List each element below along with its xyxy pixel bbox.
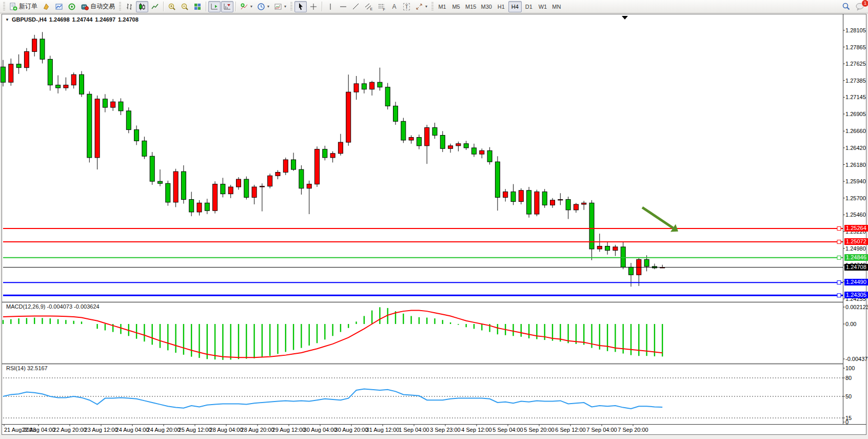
candle-down [542,192,547,205]
candle-down [119,102,123,111]
auto-trading-label: 自动交易 [90,2,115,11]
candle-down [158,181,163,183]
candle-down [527,190,531,214]
vertical-line-button[interactable] [324,1,337,12]
chart-shift-marker[interactable] [622,16,628,20]
time-tick-label: 22 Aug 20:00 [53,427,87,433]
line-handle[interactable] [837,281,841,284]
time-tick-label: 4 Sep 12:00 [461,427,491,433]
price-tick-label: 1.25220 [845,228,866,235]
tab-timeframe-m5[interactable]: M5 [449,1,463,12]
rsi-axis-label: 80 [845,375,852,381]
candle-down [87,94,92,158]
time-axis[interactable]: 21 Aug 202322 Aug 04:0022 Aug 20:0023 Au… [4,424,648,433]
candle-down [291,160,296,169]
templates-icon [274,3,282,11]
text-icon: A [392,3,397,10]
periods-icon [257,3,265,11]
arrow-annotation[interactable] [642,207,673,228]
new-order-button[interactable]: 新订单 [7,1,40,12]
rsi-axis-label: 50 [845,393,852,399]
periods-button[interactable]: ▾ [255,1,271,12]
notification-badge: 1 [861,0,868,7]
candle-up [535,192,539,214]
bar-chart-icon [125,3,133,11]
bar-chart-button[interactable] [123,1,135,12]
text-button[interactable]: A [388,1,400,12]
fibonacci-icon: F [378,3,386,11]
price-tick-label: 1.24740 [845,262,866,268]
line-handle[interactable] [837,256,841,259]
tab-timeframe-d1[interactable]: D1 [522,1,536,12]
horizontal-line-button[interactable] [337,1,349,12]
candle-up [71,74,76,85]
channel-button[interactable]: E [363,1,375,12]
candle-up [448,146,453,148]
price-tick-label: 1.25460 [845,212,866,218]
indicators-button[interactable]: ▾ [238,1,254,12]
candle-down [166,183,170,202]
candle-up [95,99,100,158]
window-border [2,14,866,435]
tab-timeframe-h1[interactable]: H1 [495,1,508,12]
time-tick-label: 28 Aug 04:00 [210,427,243,433]
zoom-in-button[interactable] [166,1,178,12]
tab-timeframe-m30[interactable]: M30 [479,1,494,12]
candle-up [550,200,555,205]
candle-up [519,190,523,202]
toolbar-grip[interactable] [119,2,121,11]
toolbar-grip[interactable] [431,2,433,11]
candle-up [9,64,13,82]
tile-windows-button[interactable] [191,1,204,12]
line-chart-button[interactable] [149,1,161,12]
cursor-button[interactable] [294,1,307,12]
market-watch-button[interactable] [40,1,52,12]
line-handle[interactable] [837,240,841,244]
chevron-down-icon: ▾ [284,4,286,9]
search-button[interactable] [840,1,853,12]
time-tick-label: 5 Sep 20:00 [524,427,554,433]
candlestick-chart-button[interactable] [136,1,148,12]
toolbar-grip[interactable] [3,2,5,11]
notifications-button[interactable]: 1 [853,1,866,12]
candle-down [48,59,52,85]
trendline-button[interactable] [350,1,362,12]
candle-up [111,102,115,107]
arrows-button[interactable]: ▾ [413,1,429,12]
text-label-button[interactable]: T [401,1,412,12]
tab-timeframe-mn[interactable]: MN [550,1,563,12]
crosshair-button[interactable] [307,1,320,12]
cursor-icon [297,3,305,11]
tab-timeframe-m15[interactable]: M15 [463,1,478,12]
candle-down [244,179,249,197]
candle-down [629,267,634,275]
svg-text:E: E [370,7,373,11]
templates-button[interactable]: ▾ [272,1,288,12]
price-axis[interactable]: 1.281051.278651.276251.273851.271451.269… [843,27,866,302]
line-handle[interactable] [837,294,841,297]
auto-scroll-button[interactable] [208,1,221,12]
zoom-out-button[interactable] [179,1,191,12]
candle-up [64,85,68,88]
fibonacci-button[interactable]: F [376,1,388,12]
auto-trading-button[interactable]: 自动交易 [78,1,117,12]
toolbar-grip[interactable] [290,2,292,11]
zoom-out-icon [181,3,189,11]
horizontal-line-icon [339,3,347,11]
new-order-icon [9,3,17,11]
toolbar: 新订单 自动交易 [0,0,868,13]
tab-timeframe-m1[interactable]: M1 [436,1,449,12]
candle-up [558,199,563,200]
time-tick-label: 31 Aug 12:00 [366,427,400,433]
candle-down [1,67,6,82]
crosshair-icon [309,3,318,11]
navigator-button[interactable] [66,1,78,12]
tab-timeframe-h4[interactable]: H4 [508,1,522,12]
line-handle[interactable] [837,227,841,231]
tab-timeframe-w1[interactable]: W1 [536,1,549,12]
data-window-button[interactable] [53,1,65,12]
chart-shift-button[interactable] [221,1,233,12]
time-tick-label: 24 Aug 20:00 [147,427,181,433]
chart-canvas[interactable]: 1.281051.278651.276251.273851.271451.269… [0,0,868,439]
time-tick-label: 30 Aug 20:00 [335,427,368,433]
